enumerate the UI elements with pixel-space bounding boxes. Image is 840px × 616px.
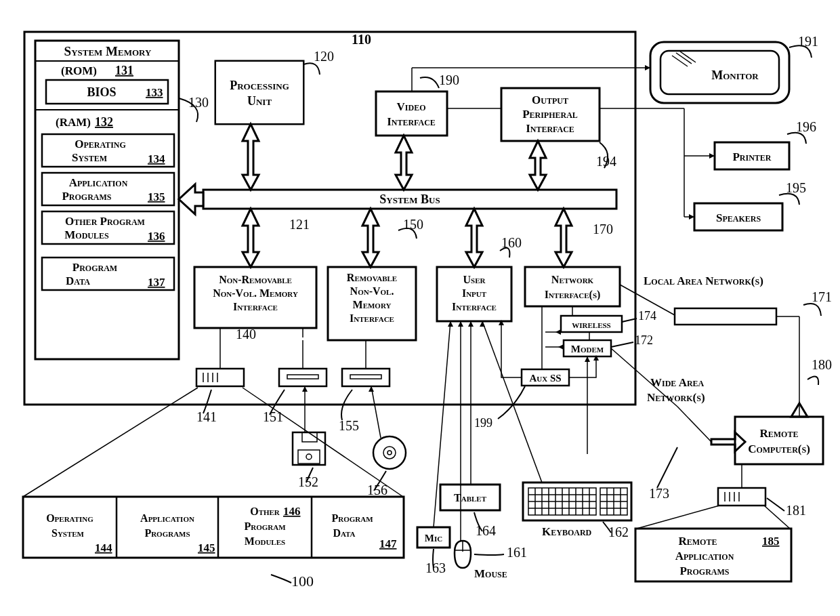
svg-text:wireless: wireless <box>572 319 610 330</box>
svg-text:Output: Output <box>532 94 568 106</box>
svg-text:Modem: Modem <box>571 344 604 354</box>
svg-text:Printer: Printer <box>732 150 771 163</box>
svg-text:Program: Program <box>331 512 373 524</box>
callout-190 <box>420 77 439 88</box>
arrow-bus-rnv <box>362 209 379 267</box>
svg-text:Program: Program <box>72 261 117 274</box>
svg-line-127 <box>677 407 711 442</box>
ref-134: 134 <box>148 152 165 165</box>
ref-120: 120 <box>314 49 334 64</box>
svg-text:User: User <box>463 274 486 285</box>
svg-text:Data: Data <box>333 527 355 539</box>
svg-text:Programs: Programs <box>144 527 190 539</box>
svg-text:Interface: Interface <box>350 312 394 324</box>
svg-text:Application: Application <box>69 176 128 189</box>
svg-text:Other Program: Other Program <box>65 215 145 228</box>
svg-text:Unit: Unit <box>247 94 272 108</box>
net-if-box <box>525 267 620 306</box>
ram-label: (RAM) <box>56 116 91 129</box>
svg-text:Program: Program <box>244 520 286 532</box>
system-bus-label: System Bus <box>379 192 440 206</box>
ref-145: 145 <box>198 541 215 554</box>
ref-147: 147 <box>379 537 397 550</box>
ref-133: 133 <box>146 86 163 99</box>
mouse-icon <box>455 541 471 568</box>
lan-box <box>675 308 776 325</box>
svg-text:Application: Application <box>675 550 734 562</box>
ref-173: 173 <box>649 486 669 501</box>
svg-text:Network: Network <box>551 274 594 285</box>
svg-line-92 <box>434 321 450 527</box>
arrow-proc-bus <box>243 124 259 190</box>
ref-194: 194 <box>596 154 616 169</box>
bus-to-memory-arrow <box>179 184 203 214</box>
ref-131: 131 <box>115 64 133 77</box>
svg-point-46 <box>373 436 406 469</box>
arrow-out-bus <box>530 141 546 190</box>
ref-155: 155 <box>339 418 359 433</box>
svg-line-49 <box>371 386 381 438</box>
ref-151: 151 <box>263 409 283 424</box>
svg-text:System: System <box>51 527 85 539</box>
ref-170: 170 <box>593 222 613 237</box>
video-if-l2: Interface <box>387 115 436 128</box>
svg-line-136 <box>637 506 719 529</box>
svg-rect-40 <box>293 432 325 465</box>
svg-text:Removable: Removable <box>347 272 397 283</box>
ref-161: 161 <box>507 545 527 560</box>
ref-150: 150 <box>403 217 423 232</box>
ref-190: 190 <box>439 73 459 87</box>
svg-text:Computer(s): Computer(s) <box>748 443 810 455</box>
svg-line-95 <box>482 321 542 482</box>
ref-136: 136 <box>148 230 165 243</box>
svg-text:Modules: Modules <box>245 535 285 547</box>
remote-comp-box <box>735 417 823 464</box>
svg-text:Other: Other <box>250 506 280 517</box>
svg-text:Non-Vol. Memory: Non-Vol. Memory <box>213 287 298 299</box>
svg-text:Speakers: Speakers <box>716 211 761 224</box>
ref-137: 137 <box>148 276 165 289</box>
svg-text:Application: Application <box>140 512 194 524</box>
sys-mem-heading: System Memory <box>64 44 152 58</box>
monitor-icon: Monitor <box>650 42 789 103</box>
svg-text:Operating: Operating <box>46 512 93 524</box>
bios-label: BIOS <box>87 85 116 99</box>
ref-172: 172 <box>635 333 653 347</box>
floppy-disk-icon <box>293 432 325 465</box>
svg-point-43 <box>306 454 312 459</box>
svg-text:Mouse: Mouse <box>474 567 507 580</box>
keyboard-icon <box>523 482 631 520</box>
svg-text:Peripheral: Peripheral <box>522 108 578 121</box>
arrow-bus-net <box>555 209 572 267</box>
os-ram-label2: System <box>72 151 107 164</box>
lan-label: Local Area Network(s) <box>644 274 763 287</box>
ref-146: 146 <box>283 505 301 518</box>
ref-185: 185 <box>762 535 780 548</box>
svg-line-105 <box>672 56 688 66</box>
svg-text:Interface: Interface <box>452 301 497 312</box>
ref-100: 100 <box>291 573 314 590</box>
svg-text:Processing: Processing <box>230 79 289 92</box>
svg-point-48 <box>387 451 392 455</box>
floppy-drive-icon <box>279 369 327 386</box>
ref-196: 196 <box>796 119 816 134</box>
processing-text: Processing Unit <box>216 62 303 123</box>
diagram-root: 110 System Memory 130 (ROM) 131 BIOS 133… <box>0 0 840 616</box>
arrow-bus-user <box>466 209 482 267</box>
svg-text:Modules: Modules <box>64 228 109 241</box>
arrow-bus-nrnv <box>243 209 259 267</box>
arrow-video-bus <box>396 136 412 190</box>
cd-drive-icon <box>342 369 390 386</box>
svg-text:Tablet: Tablet <box>454 492 487 504</box>
svg-text:Aux SS: Aux SS <box>529 373 561 384</box>
video-if-box <box>376 91 447 136</box>
svg-text:Memory: Memory <box>353 299 392 310</box>
wan-label2: Network(s) <box>647 391 705 404</box>
video-if-l1: Video <box>397 100 426 113</box>
ref-180: 180 <box>812 357 832 372</box>
ref-163: 163 <box>425 560 446 575</box>
cd-disk-icon <box>373 436 406 469</box>
net-connectors <box>501 306 596 377</box>
svg-rect-42 <box>298 450 320 464</box>
svg-text:Programs: Programs <box>679 564 729 577</box>
